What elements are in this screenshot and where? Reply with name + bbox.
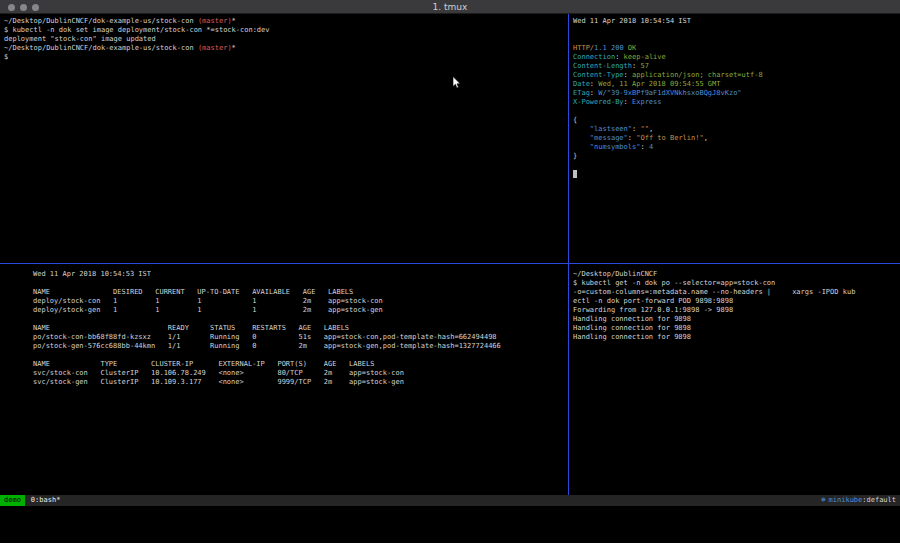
text-segment: 57 [640,62,648,70]
terminal-line: Content-Type: application/json; charset=… [573,71,900,80]
text-segment: 200 [611,44,624,52]
terminal-line: $ kubectl get -n dok po --selector=app=s… [573,279,900,288]
text-segment: "" [640,125,648,133]
text-segment: , [649,125,653,133]
terminal-line: ETag: W/"39-9xBPf9aF1dXVNkhsxoBQgJ8vKzo" [573,89,900,98]
text-segment: : [624,98,632,106]
terminal-line: Connection: keep-alive [573,53,900,62]
text-segment: 4 [649,143,653,151]
terminal-line: Handling connection for 9898 [573,315,900,324]
pane-divider-horizontal[interactable] [0,263,900,264]
terminal-line [573,107,900,116]
text-segment: Content-Length [573,62,632,70]
terminal-line: X-Powered-By: Express [573,98,900,107]
text-segment: : [615,53,623,61]
tmux-pane-top-left[interactable]: ~/Desktop/DublinCNCF/dok-example-us/stoc… [0,14,568,263]
terminal-line: $ [4,53,568,62]
terminal-line: -o=custom-columns=:metadata.name --no-he… [573,288,900,297]
terminal-line: NAME READY STATUS RESTARTS AGE LABELS [33,324,568,333]
terminal-line: Wed 11 Apr 2018 10:54:53 IST [33,270,568,279]
text-segment: Connection [573,53,615,61]
text-segment: $ [4,53,8,61]
terminal-line [33,315,568,324]
window-title: 1. tmux [433,2,468,12]
terminal-line: ~/Desktop/DublinCNCF/dok-example-us/stoc… [4,17,568,26]
terminal-line: NAME TYPE CLUSTER-IP EXTERNAL-IP PORT(S)… [33,360,568,369]
tmux-pane-top-right[interactable]: Wed 11 Apr 2018 10:54:54 IST HTTP/1.1 20… [569,14,900,263]
terminal-line: Date: Wed, 11 Apr 2018 09:54:55 GMT [573,80,900,89]
terminal-line: Handling connection for 9898 [573,324,900,333]
terminal-line: "lastseen": "", [573,125,900,134]
kube-context: minikube [829,495,863,506]
traffic-lights [8,4,39,11]
terminal-line: { [573,116,900,125]
terminal-line: Wed 11 Apr 2018 10:54:54 IST [573,17,900,26]
text-segment: "lastseen" [573,125,632,133]
terminal-line: po/stock-con-bb68f88fd-kzsxz 1/1 Running… [33,333,568,342]
text-segment [573,170,577,178]
tmux-terminal: ~/Desktop/DublinCNCF/dok-example-us/stoc… [0,14,900,495]
text-segment: (master) [198,17,232,25]
session-name-badge: demo [0,495,25,506]
terminal-line: ~/Desktop/DublinCNCF/dok-example-us/stoc… [4,44,568,53]
terminal-line: svc/stock-gen ClusterIP 10.109.3.177 <no… [33,378,568,387]
terminal-line: "numsymbols": 4 [573,143,900,152]
terminal-line: "message": "Off to Berlin!", [573,134,900,143]
kube-namespace: :default [862,495,896,506]
text-segment: $ kubectl -n dok set image deployment/st… [4,26,270,34]
pane-divider-vertical-top[interactable] [568,14,569,263]
close-button[interactable] [8,4,15,11]
text-segment: , [704,134,708,142]
terminal-line: } [573,152,900,161]
text-segment: application/json; charset=utf-8 [632,71,763,79]
text-segment: ~/Desktop/DublinCNCF/dok-example-us/stoc… [4,17,198,25]
kubernetes-icon: ☸ [821,495,825,506]
page-margin [0,543,900,555]
text-segment: "message" [573,134,628,142]
text-segment: Express [632,98,662,106]
text-segment: (master) [198,44,232,52]
text-segment: 1.1 [594,44,607,52]
terminal-line [573,170,900,179]
terminal-line [573,35,900,44]
text-segment: HTTP/ [573,44,594,52]
text-segment: "numsymbols" [573,143,640,151]
terminal-line [573,161,900,170]
text-segment: ~/Desktop/DublinCNCF/dok-example-us/stoc… [4,44,198,52]
title-bar: 1. tmux [0,0,900,14]
terminal-line: po/stock-gen-576cc688bb-44kmn 1/1 Runnin… [33,342,568,351]
text-segment: deployment "stock-con" image updated [4,35,156,43]
terminal-line: deploy/stock-con 1 1 1 1 2m app=stock-co… [33,297,568,306]
text-segment: X-Powered-By [573,98,624,106]
terminal-line: svc/stock-con ClusterIP 10.106.78.249 <n… [33,369,568,378]
tmux-pane-bottom-left[interactable]: Wed 11 Apr 2018 10:54:53 IST NAME DESIRE… [0,264,568,495]
terminal-line: deploy/stock-gen 1 1 1 1 2m app=stock-ge… [33,306,568,315]
terminal-line [33,351,568,360]
text-segment: "Off to Berlin!" [636,134,703,142]
text-segment: : [640,143,648,151]
tmux-pane-bottom-right[interactable]: ~/Desktop/DublinCNCF$ kubectl get -n dok… [569,264,900,495]
terminal-line [573,26,900,35]
pane-divider-vertical-bottom[interactable] [568,264,569,495]
text-segment: Wed, 11 Apr 2018 09:54:55 GMT [598,80,720,88]
terminal-line: ectl -n dok port-forward POD 9898:9898 [573,297,900,306]
terminal-line: Handling connection for 9898 [573,333,900,342]
text-segment: ETag [573,89,590,97]
zoom-button[interactable] [32,4,39,11]
text-segment: * [232,17,236,25]
text-segment: OK [628,44,636,52]
terminal-line: HTTP/1.1 200 OK [573,44,900,53]
text-segment: keep-alive [624,53,666,61]
text-segment: W/"39-9xBPf9aF1dXVNkhsxoBQgJ8vKzo" [598,89,741,97]
minimize-button[interactable] [20,4,27,11]
tmux-status-bar: demo 0:bash* ☸ minikube :default [0,495,900,506]
terminal-line: NAME DESIRED CURRENT UP-TO-DATE AVAILABL… [33,288,568,297]
terminal-line [33,279,568,288]
terminal-line: Forwarding from 127.0.0.1:9898 -> 9898 [573,306,900,315]
terminal-line: Content-Length: 57 [573,62,900,71]
terminal-line: $ kubectl -n dok set image deployment/st… [4,26,568,35]
text-segment: : [624,71,632,79]
text-segment: * [232,44,236,52]
window-tab-0-bash[interactable]: 0:bash* [31,495,61,506]
terminal-line: ~/Desktop/DublinCNCF [573,270,900,279]
